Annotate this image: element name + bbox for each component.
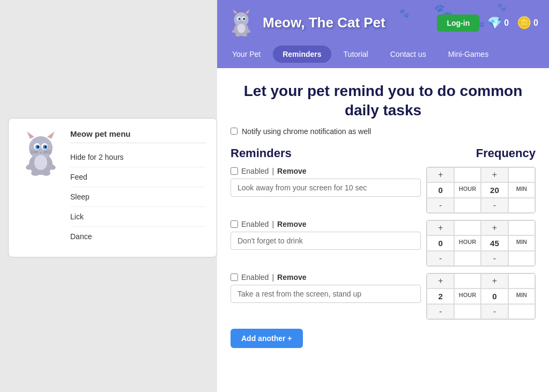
tab-mini-games[interactable]: Mini-Games [439,46,498,63]
svg-point-20 [31,171,40,176]
freq-min-value-2: 45 [481,235,508,251]
freq-min-plus-3[interactable]: + [481,273,508,289]
menu-item-sleep[interactable]: Sleep [70,187,206,207]
freq-spacer-3b [508,273,535,289]
freq-min-value-1: 20 [481,182,508,198]
freq-min-minus-3[interactable]: - [481,304,508,319]
freq-min-label-3: MIN [508,289,535,304]
reminder-enabled-label-3: Enabled [241,273,269,282]
freq-min-minus-2[interactable]: - [481,251,508,266]
svg-point-38 [235,33,241,36]
freq-hour-value-1: 0 [427,182,454,198]
svg-point-32 [239,18,240,19]
svg-point-10 [37,146,39,148]
freq-hour-label-2: HOUR [454,235,481,251]
freq-grid-2: + + 0 HOUR 45 MIN - - [426,220,536,267]
freq-spacer-2a [454,220,481,235]
reminder-left-2: Enabled | Remove [231,220,421,267]
freq-hour-minus-3[interactable]: - [427,304,454,319]
menu-item-hide[interactable]: Hide for 2 hours [70,147,206,167]
diamond-icon: 💎 [487,16,502,30]
freq-min-value-3: 0 [481,289,508,304]
notify-checkbox[interactable] [231,128,238,135]
coins-counter: 🪙 0 [517,16,538,30]
svg-point-35 [238,24,246,33]
freq-min-plus-1[interactable]: + [481,167,508,182]
svg-point-33 [243,18,244,19]
svg-point-17 [34,155,47,170]
reminder-input-3[interactable] [231,285,421,303]
freq-hour-label-3: HOUR [454,289,481,304]
coin-count: 0 [533,18,538,28]
reminder-remove-1[interactable]: Remove [277,167,306,175]
reminder-enabled-label-1: Enabled [241,167,269,175]
freq-spacer-3a [454,273,481,289]
diamonds-counter: 💎 0 [487,16,509,30]
app-header: 🐾 🐾 🐾 🐾 🐾 [217,0,549,46]
freq-spacer-3c [454,304,481,319]
svg-point-39 [242,33,247,36]
cat-avatar [19,129,62,177]
tab-tutorial[interactable]: Tutorial [334,46,378,63]
reminder-controls-1: Enabled | Remove [231,167,421,175]
reminder-row-3: Enabled | Remove + + 2 HOUR 0 MIN - [231,273,536,320]
nav-tabs: Your Pet Reminders Tutorial Contact us M… [217,46,549,68]
reminder-enabled-checkbox-1[interactable] [231,167,238,175]
tab-your-pet[interactable]: Your Pet [222,46,270,63]
freq-grid-3: + + 2 HOUR 0 MIN - - [426,273,536,320]
main-content: Let your pet remind you to do common dai… [217,68,549,361]
reminder-enabled-checkbox-2[interactable] [231,220,238,228]
reminder-input-1[interactable] [231,179,421,197]
reminder-controls-3: Enabled | Remove [231,273,421,282]
reminder-input-2[interactable] [231,232,421,250]
freq-min-label-1: MIN [508,182,535,198]
pet-menu: Meow pet menu Hide for 2 hours Feed Slee… [70,129,206,246]
svg-point-11 [44,146,47,148]
add-another-button[interactable]: Add another + [231,329,303,348]
freq-spacer-3d [508,304,535,319]
reminder-enabled-label-2: Enabled [241,220,269,228]
diamond-count: 0 [504,18,509,28]
left-panel: Meow pet menu Hide for 2 hours Feed Slee… [8,118,217,257]
menu-item-lick[interactable]: Lick [70,207,206,227]
reminder-enabled-checkbox-3[interactable] [231,273,238,281]
reminder-row-2: Enabled | Remove + + 0 HOUR 45 MIN - [231,220,536,267]
freq-hour-plus-1[interactable]: + [427,167,454,182]
freq-hour-plus-3[interactable]: + [427,273,454,289]
freq-spacer-2b [508,220,535,235]
menu-item-feed[interactable]: Feed [70,167,206,187]
header-right: Log-in 💎 0 🪙 0 [437,14,538,32]
coin-icon: 🪙 [517,16,531,30]
freq-min-plus-2[interactable]: + [481,220,508,235]
header-cat-icon [228,8,255,38]
freq-hour-minus-2[interactable]: - [427,251,454,266]
freq-spacer-1a [454,167,481,182]
reminders-header: Reminders [231,146,292,160]
login-button[interactable]: Log-in [437,14,479,32]
page-title: Let your pet remind you to do common dai… [231,82,536,121]
menu-item-dance[interactable]: Dance [70,227,206,246]
tab-contact-us[interactable]: Contact us [381,46,436,63]
frequency-header: Frequency [476,146,536,160]
frequency-control-1: + + 0 HOUR 20 MIN - - [426,167,536,213]
section-headers: Reminders Frequency [231,146,536,160]
reminder-remove-3[interactable]: Remove [277,273,306,282]
freq-hour-minus-1[interactable]: - [427,198,454,213]
menu-title: Meow pet menu [70,129,206,143]
freq-min-minus-1[interactable]: - [481,198,508,213]
freq-hour-label-1: HOUR [454,182,481,198]
frequency-control-2: + + 0 HOUR 45 MIN - - [426,220,536,267]
freq-hour-value-2: 0 [427,235,454,251]
tab-reminders[interactable]: Reminders [273,46,331,63]
freq-spacer-1b [508,167,535,182]
freq-spacer-2d [508,251,535,266]
svg-point-21 [42,171,50,176]
freq-grid-1: + + 0 HOUR 20 MIN - - [426,167,536,213]
notify-label: Notify using chrome notification as well [242,127,371,136]
freq-hour-plus-2[interactable]: + [427,220,454,235]
freq-spacer-1d [508,198,535,213]
freq-min-label-2: MIN [508,235,535,251]
freq-spacer-2c [454,251,481,266]
main-app: 🐾 🐾 🐾 🐾 🐾 [217,0,549,392]
reminder-remove-2[interactable]: Remove [277,220,306,228]
